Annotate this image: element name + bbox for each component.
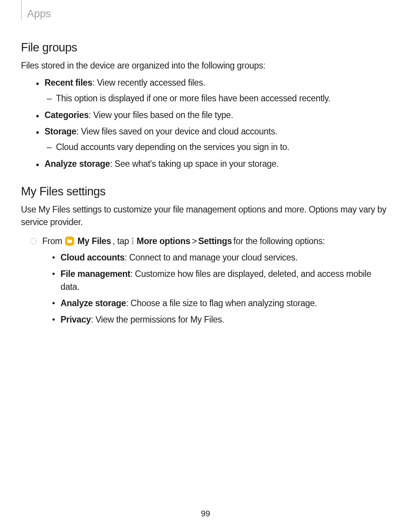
sub-item: This option is displayed if one or more … <box>47 92 390 105</box>
item-label: Cloud accounts <box>61 252 124 262</box>
item-desc: : Connect to and manage your cloud servi… <box>124 252 298 262</box>
settings-label: Settings <box>198 235 232 248</box>
list-item: Analyze storage: See what's taking up sp… <box>35 158 390 170</box>
my-files-app-icon <box>65 236 74 246</box>
sub-item: Cloud accounts vary depending on the ser… <box>47 141 390 153</box>
item-label: Recent files <box>45 78 92 88</box>
item-label: Categories <box>45 110 89 120</box>
list-item: File management: Customize how files are… <box>52 268 390 293</box>
list-item: Privacy: View the permissions for My Fil… <box>52 313 390 326</box>
item-desc: : Choose a file size to flag when analyz… <box>126 298 317 308</box>
item-label: Privacy <box>61 315 91 324</box>
list-item: Analyze storage: Choose a file size to f… <box>52 297 390 310</box>
list-item: Cloud accounts: Connect to and manage yo… <box>52 251 390 264</box>
file-groups-list: Recent files: View recently accessed fil… <box>35 77 390 170</box>
item-desc: : View your files based on the file type… <box>89 110 233 120</box>
page-number: 99 <box>0 508 411 520</box>
sub-list: This option is displayed if one or more … <box>47 92 390 105</box>
ring-bullet-icon <box>30 238 37 244</box>
from-tail: for the following options: <box>233 235 325 248</box>
file-groups-intro: Files stored in the device are organized… <box>21 59 390 72</box>
sep: > <box>192 235 197 248</box>
item-label: Analyze storage <box>61 298 126 308</box>
svg-point-0 <box>31 238 37 244</box>
page-header: Apps <box>21 0 390 22</box>
settings-intro: Use My Files settings to customize your … <box>21 203 390 229</box>
list-item: Recent files: View recently accessed fil… <box>35 77 390 105</box>
heading-file-groups: File groups <box>21 39 390 56</box>
tap-text: , tap <box>113 235 129 248</box>
more-options-label: More options <box>137 235 190 248</box>
header-divider <box>21 0 22 21</box>
item-desc: : View the permissions for My Files. <box>91 315 225 324</box>
more-options-icon <box>132 238 134 244</box>
list-item: Categories: View your files based on the… <box>35 109 390 121</box>
item-desc: : View files saved on your device and cl… <box>76 126 277 136</box>
item-label: File management <box>61 269 130 279</box>
sub-list: Cloud accounts vary depending on the ser… <box>47 141 390 153</box>
item-desc: : View recently accessed files. <box>92 78 206 88</box>
from-line: From My Files, tap More options > Settin… <box>30 235 390 248</box>
from-text: From <box>42 235 62 248</box>
settings-options-list: Cloud accounts: Connect to and manage yo… <box>52 251 390 326</box>
app-name: My Files <box>77 235 111 248</box>
section-label: Apps <box>27 0 51 22</box>
item-label: Analyze storage <box>45 159 110 169</box>
item-desc: : See what's taking up space in your sto… <box>110 159 279 169</box>
item-label: Storage <box>45 126 76 136</box>
heading-my-files-settings: My Files settings <box>21 183 390 200</box>
list-item: Storage: View files saved on your device… <box>35 125 390 154</box>
